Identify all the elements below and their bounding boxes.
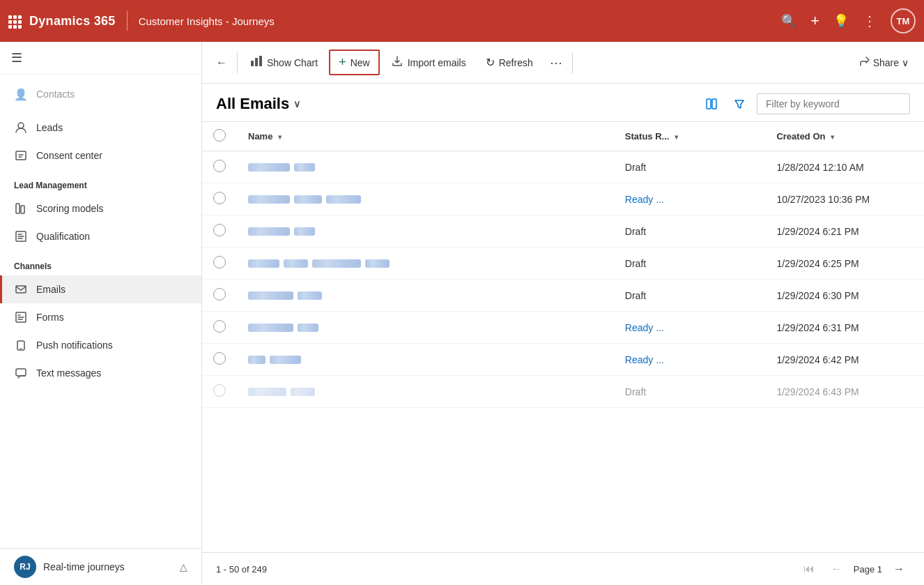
sidebar-item-push-notifications[interactable]: Push notifications bbox=[0, 331, 201, 359]
table-row[interactable]: Draft1/29/2024 6:43 PM bbox=[202, 376, 924, 408]
view-title[interactable]: All Emails ∨ bbox=[216, 95, 300, 113]
filter-input[interactable] bbox=[757, 93, 910, 114]
row-status-cell: Draft bbox=[614, 376, 766, 408]
column-edit-button[interactable] bbox=[701, 95, 722, 113]
sidebar-item-consent-center[interactable]: Consent center bbox=[0, 142, 201, 169]
app-grid-button[interactable] bbox=[8, 15, 20, 26]
contacts-icon: 👤 bbox=[14, 87, 28, 101]
blurred-text bbox=[270, 356, 301, 364]
row-checkbox[interactable] bbox=[213, 384, 226, 397]
first-page-button[interactable]: ⏮ bbox=[798, 560, 820, 578]
row-checkbox[interactable] bbox=[213, 192, 226, 204]
table-row[interactable]: Ready ...1/29/2024 6:42 PM bbox=[202, 344, 924, 376]
row-checkbox[interactable] bbox=[213, 352, 226, 365]
blurred-text bbox=[248, 291, 293, 300]
sidebar-item-qualification[interactable]: Qualification bbox=[0, 222, 201, 250]
table-row[interactable]: Ready ...10/27/2023 10:36 PM bbox=[202, 183, 924, 215]
status-sort-arrow: ▾ bbox=[675, 133, 678, 141]
row-created-cell: 1/29/2024 6:31 PM bbox=[765, 312, 924, 344]
row-status-cell: Draft bbox=[614, 248, 766, 280]
toolbar-separator-2 bbox=[572, 52, 573, 73]
top-more-icon[interactable]: ⋮ bbox=[863, 13, 877, 29]
push-notifications-icon bbox=[14, 338, 28, 352]
row-checkbox[interactable] bbox=[213, 320, 226, 333]
pagination-info: 1 - 50 of 249 bbox=[216, 564, 267, 575]
sidebar-item-text-messages[interactable]: Text messages bbox=[0, 359, 201, 387]
app-title: Dynamics 365 bbox=[29, 14, 116, 29]
svg-rect-15 bbox=[259, 56, 262, 66]
blurred-text bbox=[298, 291, 322, 300]
emails-icon bbox=[14, 282, 28, 296]
new-label: New bbox=[351, 57, 370, 68]
app-subtitle: Customer Insights - Journeys bbox=[139, 15, 781, 27]
blurred-text bbox=[326, 195, 361, 204]
row-checkbox[interactable] bbox=[213, 256, 226, 268]
blurred-text bbox=[284, 259, 308, 268]
status-column-header[interactable]: Status R... ▾ bbox=[614, 122, 766, 151]
lightbulb-icon[interactable]: 💡 bbox=[833, 13, 849, 29]
pagination-controls: ⏮ ← Page 1 → bbox=[798, 560, 910, 578]
row-status-cell: Ready ... bbox=[614, 183, 766, 215]
prev-page-button[interactable]: ← bbox=[826, 560, 848, 578]
row-checkbox[interactable] bbox=[213, 288, 226, 301]
blurred-text bbox=[294, 227, 315, 236]
share-label: Share bbox=[873, 57, 899, 68]
name-column-header[interactable]: Name ▾ bbox=[237, 122, 614, 151]
sidebar-item-emails[interactable]: Emails bbox=[0, 275, 201, 303]
row-status-cell: Draft bbox=[614, 215, 766, 248]
row-checkbox[interactable] bbox=[213, 224, 226, 236]
text-messages-icon bbox=[14, 366, 28, 380]
add-icon[interactable]: + bbox=[810, 12, 819, 30]
row-name-cell bbox=[237, 280, 614, 312]
table-row[interactable]: Draft1/29/2024 6:25 PM bbox=[202, 248, 924, 280]
name-sort-arrow: ▾ bbox=[278, 133, 282, 141]
table-row[interactable]: Draft1/29/2024 6:30 PM bbox=[202, 280, 924, 312]
blurred-text bbox=[248, 259, 279, 268]
svg-rect-5 bbox=[16, 286, 26, 293]
sidebar-item-forms[interactable]: Forms bbox=[0, 303, 201, 331]
back-icon: ← bbox=[216, 56, 227, 68]
row-checkbox[interactable] bbox=[213, 160, 226, 172]
toolbar-more-button[interactable]: ⋯ bbox=[544, 52, 568, 73]
row-name-cell bbox=[237, 183, 614, 215]
refresh-button[interactable]: ↻ Refresh bbox=[477, 52, 541, 73]
show-chart-button[interactable]: Show Chart bbox=[242, 51, 326, 74]
row-created-cell: 1/29/2024 6:25 PM bbox=[765, 248, 924, 280]
select-all-checkbox[interactable] bbox=[213, 129, 226, 142]
blurred-text bbox=[248, 388, 286, 396]
sidebar-bottom-label: Real-time journeys bbox=[43, 561, 173, 572]
row-name-cell bbox=[237, 376, 614, 408]
new-button[interactable]: + New bbox=[329, 50, 380, 75]
created-column-header[interactable]: Created On ▾ bbox=[765, 122, 924, 151]
table-row[interactable]: Draft1/29/2024 6:21 PM bbox=[202, 215, 924, 248]
content-area: ← Show Chart + New bbox=[202, 42, 924, 585]
sidebar-item-scoring-models[interactable]: Scoring models bbox=[0, 195, 201, 222]
sidebar-item-leads[interactable]: Leads bbox=[0, 114, 201, 142]
refresh-label: Refresh bbox=[499, 57, 533, 68]
row-checkbox-cell bbox=[202, 151, 237, 183]
sidebar-hamburger[interactable]: ☰ bbox=[0, 42, 201, 75]
search-icon[interactable]: 🔍 bbox=[781, 13, 796, 29]
avatar[interactable]: TM bbox=[891, 8, 916, 33]
share-button[interactable]: Share ∨ bbox=[852, 52, 916, 73]
select-all-header[interactable] bbox=[202, 122, 237, 151]
next-page-button[interactable]: → bbox=[888, 560, 910, 578]
svg-rect-17 bbox=[712, 99, 716, 109]
table-row[interactable]: Ready ...1/29/2024 6:31 PM bbox=[202, 312, 924, 344]
blurred-text bbox=[365, 259, 390, 268]
row-checkbox-cell bbox=[202, 344, 237, 376]
sidebar-bottom[interactable]: RJ Real-time journeys △ bbox=[0, 548, 201, 585]
page-label: Page 1 bbox=[854, 564, 882, 575]
table-row[interactable]: Draft1/28/2024 12:10 AM bbox=[202, 151, 924, 183]
blurred-text bbox=[248, 324, 293, 332]
sidebar-item-contacts[interactable]: 👤 Contacts bbox=[0, 80, 201, 108]
qualification-icon bbox=[14, 229, 28, 243]
filter-button[interactable] bbox=[729, 95, 750, 113]
blurred-text bbox=[248, 163, 290, 172]
emails-table: Name ▾ Status R... ▾ Created On ▾ bbox=[202, 122, 924, 408]
import-emails-button[interactable]: Import emails bbox=[383, 51, 475, 74]
row-created-cell: 1/29/2024 6:43 PM bbox=[765, 376, 924, 408]
back-button[interactable]: ← bbox=[210, 52, 233, 73]
top-bar-actions: 🔍 + 💡 ⋮ TM bbox=[781, 8, 916, 33]
blurred-text bbox=[248, 227, 290, 236]
